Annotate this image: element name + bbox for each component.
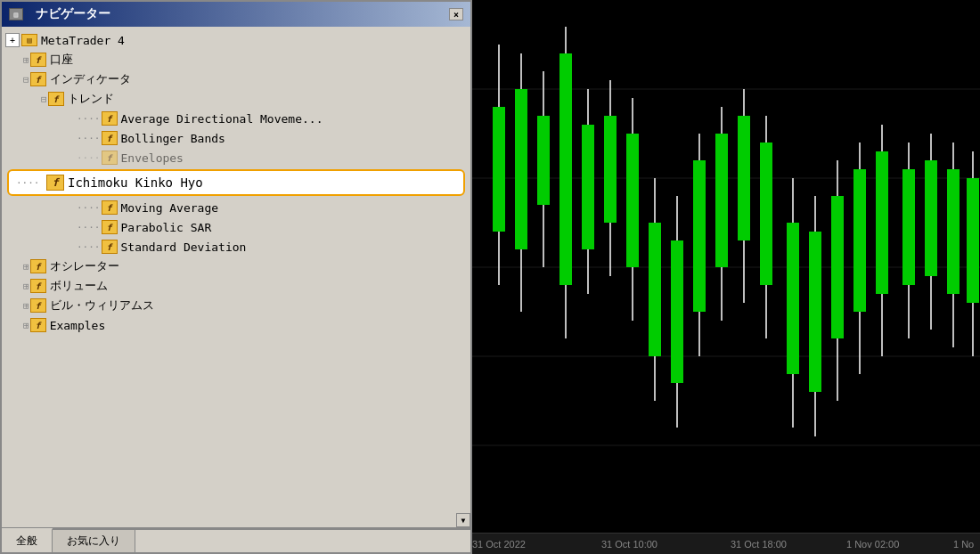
svg-rect-42 xyxy=(876,151,888,294)
svg-rect-18 xyxy=(604,116,617,223)
accounts-label: 口座 xyxy=(50,52,73,68)
accounts-item[interactable]: ⊞ f 口座 xyxy=(2,50,470,69)
list-item[interactable]: ···· f Parabolic SAR xyxy=(2,217,470,237)
ichimoku-item-highlighted[interactable]: ···· f Ichimoku Kinko Hyo xyxy=(7,169,465,196)
svg-rect-46 xyxy=(925,160,937,276)
accounts-connector: ⊞ xyxy=(23,54,29,66)
indicators-f-icon: f xyxy=(30,72,46,86)
list-item[interactable]: ···· f Envelopes xyxy=(2,148,470,167)
time-axis: 31 Oct 2022 31 Oct 10:00 31 Oct 18:00 1 … xyxy=(472,533,980,554)
williams-item[interactable]: ⊞ f ビル・ウィリアムス xyxy=(2,296,470,315)
svg-rect-30 xyxy=(738,116,750,240)
navigator-tabs: 全般 お気に入り xyxy=(2,527,470,552)
tab-spacer xyxy=(135,529,470,552)
svg-rect-38 xyxy=(831,196,844,338)
ma-connector: ···· xyxy=(77,202,101,214)
navigator-title-area: ▤ ナビゲーター xyxy=(9,6,110,22)
root-expand-icon[interactable]: + xyxy=(5,33,20,47)
williams-label: ビル・ウィリアムス xyxy=(50,297,154,314)
sd-f-icon: f xyxy=(102,240,118,254)
psar-connector: ···· xyxy=(77,222,101,233)
ma-f-icon: f xyxy=(102,200,118,215)
sd-label: Standard Deviation xyxy=(121,240,247,254)
navigator-title: ナビゲーター xyxy=(36,6,110,20)
osc-connector: ⊞ xyxy=(23,261,29,273)
adm-f-icon: f xyxy=(102,111,118,126)
svg-rect-50 xyxy=(967,178,979,303)
vol-f-icon: f xyxy=(30,279,46,293)
svg-rect-48 xyxy=(947,169,960,294)
navigator-panel: ▤ ナビゲーター × ▲ + ▤ MetaTrader 4 ⊞ f 口座 ⊟ f… xyxy=(0,0,472,554)
root-label: MetaTrader 4 xyxy=(41,34,125,47)
time-label-3: 1 Nov 02:00 xyxy=(846,539,899,550)
oscillators-item[interactable]: ⊞ f オシレーター xyxy=(2,257,470,276)
env-f-icon: f xyxy=(102,151,118,165)
volumes-label: ボリューム xyxy=(50,278,108,294)
ex-f-icon: f xyxy=(30,318,46,332)
sd-connector: ···· xyxy=(77,241,101,253)
svg-rect-22 xyxy=(649,223,661,356)
osc-f-icon: f xyxy=(30,259,46,273)
navigator-titlebar: ▤ ナビゲーター × xyxy=(2,2,470,27)
svg-rect-28 xyxy=(715,134,728,267)
wil-f-icon: f xyxy=(30,298,46,313)
root-folder-icon: ▤ xyxy=(21,34,37,46)
candlestick-chart xyxy=(472,0,980,533)
bb-f-icon: f xyxy=(102,131,118,145)
trend-f-icon: f xyxy=(48,92,64,106)
trend-connector: ⊟ xyxy=(41,94,47,105)
env-connector: ···· xyxy=(77,152,101,164)
oscillators-label: オシレーター xyxy=(50,258,119,274)
accounts-f-icon: f xyxy=(30,53,46,67)
svg-rect-20 xyxy=(626,134,639,267)
trend-item[interactable]: ⊟ f トレンド xyxy=(2,89,470,109)
env-label: Envelopes xyxy=(121,151,184,165)
adm-connector: ···· xyxy=(77,113,101,125)
svg-rect-32 xyxy=(760,143,772,285)
psar-label: Parabolic SAR xyxy=(121,221,212,234)
navigator-close-button[interactable]: × xyxy=(449,8,463,20)
svg-rect-34 xyxy=(787,223,799,374)
navigator-tree[interactable]: + ▤ MetaTrader 4 ⊞ f 口座 ⊟ f インディケータ ⊟ f … xyxy=(2,27,470,527)
svg-rect-36 xyxy=(809,232,821,392)
indicators-item[interactable]: ⊟ f インディケータ xyxy=(2,69,470,89)
indicators-label: インディケータ xyxy=(50,71,131,87)
ichimoku-f-icon: f xyxy=(46,175,64,191)
ichimoku-dots: ···· xyxy=(16,177,43,189)
wil-connector: ⊞ xyxy=(23,300,29,312)
svg-rect-44 xyxy=(902,169,915,285)
trend-label: トレンド xyxy=(68,91,114,107)
svg-rect-16 xyxy=(582,125,594,249)
volumes-item[interactable]: ⊞ f ボリューム xyxy=(2,276,470,296)
tab-favorites[interactable]: お気に入り xyxy=(53,529,135,552)
svg-rect-24 xyxy=(671,240,683,383)
svg-rect-26 xyxy=(693,160,706,312)
bb-label: Bollinger Bands xyxy=(121,132,225,145)
list-item[interactable]: ···· f Bollinger Bands xyxy=(2,128,470,148)
svg-rect-10 xyxy=(515,89,527,249)
time-label-1: 31 Oct 10:00 xyxy=(601,539,657,550)
psar-f-icon: f xyxy=(102,220,118,234)
examples-item[interactable]: ⊞ f Examples xyxy=(2,315,470,335)
tab-general[interactable]: 全般 xyxy=(2,528,53,552)
list-item[interactable]: ···· f Moving Average xyxy=(2,198,470,217)
indicators-connector: ⊟ xyxy=(23,74,29,86)
time-label-2: 31 Oct 18:00 xyxy=(731,539,787,550)
chart-panel: ドラッグ＆ドロップ xyxy=(472,0,980,554)
svg-rect-8 xyxy=(493,107,505,232)
time-label-0: 31 Oct 2022 xyxy=(472,539,526,550)
examples-label: Examples xyxy=(50,319,106,332)
scroll-down-button[interactable]: ▼ xyxy=(456,513,470,527)
vol-connector: ⊞ xyxy=(23,281,29,292)
ex-connector: ⊞ xyxy=(23,320,29,331)
adm-label: Average Directional Moveme... xyxy=(121,112,323,126)
svg-rect-12 xyxy=(537,116,550,205)
tree-root-item[interactable]: + ▤ MetaTrader 4 xyxy=(2,30,470,50)
navigator-window-icon: ▤ xyxy=(9,8,23,20)
list-item[interactable]: ···· f Average Directional Moveme... xyxy=(2,109,470,128)
list-item[interactable]: ···· f Standard Deviation xyxy=(2,237,470,257)
ma-label: Moving Average xyxy=(121,201,219,215)
bb-connector: ···· xyxy=(77,133,101,144)
svg-rect-14 xyxy=(559,53,572,285)
svg-rect-40 xyxy=(853,169,866,312)
